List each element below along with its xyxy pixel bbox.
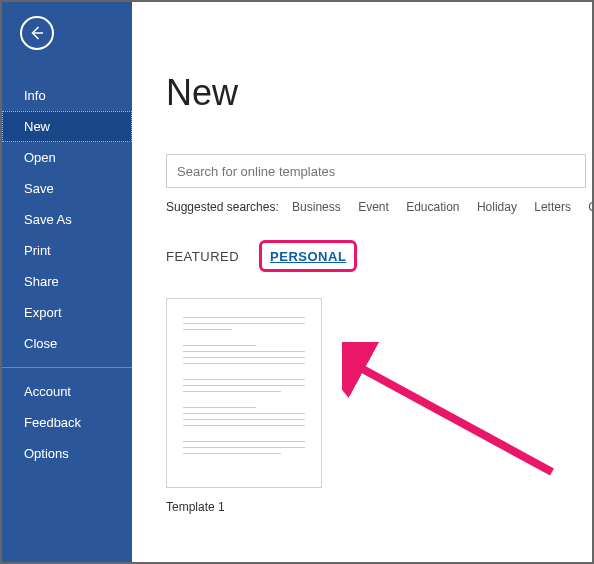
suggested-label: Suggested searches: [166, 200, 279, 214]
suggested-holiday[interactable]: Holiday [477, 200, 517, 214]
tab-featured[interactable]: FEATURED [166, 249, 239, 264]
suggested-searches: Suggested searches: Business Event Educa… [166, 200, 592, 214]
nav-new[interactable]: New [2, 111, 132, 142]
template-search-input[interactable] [166, 154, 586, 188]
annotation-highlight: PERSONAL [259, 240, 357, 272]
nav-save[interactable]: Save [2, 173, 132, 204]
nav-divider [2, 367, 132, 368]
template-thumbnail [166, 298, 322, 488]
nav-export[interactable]: Export [2, 297, 132, 328]
template-category-tabs: FEATURED PERSONAL [166, 240, 592, 272]
back-arrow-icon [28, 24, 46, 42]
suggested-letters[interactable]: Letters [534, 200, 571, 214]
template-tile[interactable]: Template 1 [166, 298, 322, 514]
template-name: Template 1 [166, 500, 322, 514]
suggested-event[interactable]: Event [358, 200, 389, 214]
nav-account[interactable]: Account [2, 376, 132, 407]
nav-options[interactable]: Options [2, 438, 132, 469]
tab-personal[interactable]: PERSONAL [270, 249, 346, 264]
main-panel: New Suggested searches: Business Event E… [132, 2, 592, 562]
nav-close[interactable]: Close [2, 328, 132, 359]
suggested-education[interactable]: Education [406, 200, 459, 214]
nav-print[interactable]: Print [2, 235, 132, 266]
nav-feedback[interactable]: Feedback [2, 407, 132, 438]
suggested-business[interactable]: Business [292, 200, 341, 214]
nav-share[interactable]: Share [2, 266, 132, 297]
page-title: New [166, 72, 592, 114]
nav-save-as[interactable]: Save As [2, 204, 132, 235]
back-button[interactable] [20, 16, 54, 50]
nav-open[interactable]: Open [2, 142, 132, 173]
suggested-more[interactable]: Ca [588, 200, 594, 214]
backstage-sidebar: Info New Open Save Save As Print Share E… [2, 2, 132, 562]
nav-info[interactable]: Info [2, 80, 132, 111]
